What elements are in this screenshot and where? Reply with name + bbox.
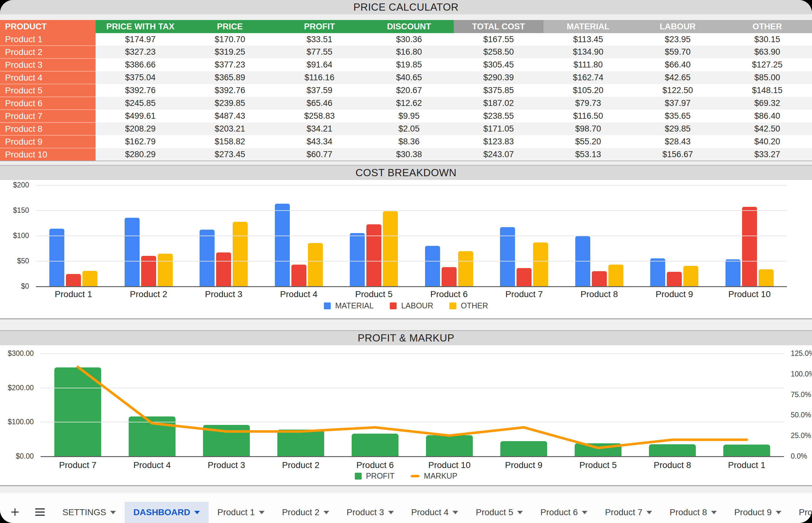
cell-product-9-material[interactable]: $55.20 — [543, 135, 633, 148]
tab-product-10[interactable]: Product 10 — [790, 502, 812, 523]
cell-product-10-discount[interactable]: $30.38 — [364, 148, 454, 161]
cell-product-9-price[interactable]: $158.82 — [185, 135, 275, 148]
cell-product-6-price[interactable]: $239.85 — [185, 97, 275, 110]
cell-product-5-labour[interactable]: $122.50 — [633, 84, 723, 97]
cell-product-2-discount[interactable]: $16.80 — [364, 46, 454, 58]
cell-product-7-total-cost[interactable]: $238.55 — [454, 110, 543, 123]
cell-product-9-discount[interactable]: $8.36 — [364, 135, 454, 148]
cell-product-6-other[interactable]: $69.32 — [722, 97, 812, 110]
cell-product-7-profit[interactable]: $258.83 — [275, 110, 365, 123]
cell-product-7-material[interactable]: $116.50 — [543, 110, 633, 123]
cell-product-6-material[interactable]: $79.73 — [543, 97, 633, 110]
product-name-cell[interactable]: Product 3 — [0, 58, 96, 71]
cell-product-8-material[interactable]: $98.70 — [543, 123, 633, 135]
cell-product-10-material[interactable]: $53.13 — [543, 148, 633, 161]
cell-product-1-labour[interactable]: $23.95 — [633, 33, 723, 46]
cell-product-9-profit[interactable]: $43.34 — [275, 135, 365, 148]
cell-product-2-total-cost[interactable]: $258.50 — [454, 46, 543, 58]
cell-product-8-other[interactable]: $42.50 — [722, 123, 812, 135]
cell-product-4-discount[interactable]: $40.65 — [364, 71, 454, 84]
cell-product-3-price-with-tax[interactable]: $386.66 — [96, 58, 185, 71]
cell-product-1-other[interactable]: $30.15 — [722, 33, 812, 46]
cell-product-1-price[interactable]: $170.70 — [185, 33, 275, 46]
product-name-cell[interactable]: Product 4 — [0, 71, 96, 84]
cell-product-10-profit[interactable]: $60.77 — [275, 148, 365, 161]
tab-dashboard[interactable]: DASHBOARD — [125, 502, 209, 523]
cell-product-1-total-cost[interactable]: $167.55 — [454, 33, 543, 46]
cell-product-1-discount[interactable]: $30.36 — [364, 33, 454, 46]
product-name-cell[interactable]: Product 7 — [0, 110, 96, 123]
cell-product-7-discount[interactable]: $9.95 — [364, 110, 454, 123]
product-name-cell[interactable]: Product 5 — [0, 84, 96, 97]
cell-product-10-total-cost[interactable]: $243.07 — [454, 148, 543, 161]
cell-product-2-labour[interactable]: $59.70 — [633, 46, 723, 58]
cell-product-6-price-with-tax[interactable]: $245.85 — [96, 97, 185, 110]
cell-product-10-other[interactable]: $33.27 — [722, 148, 812, 161]
cell-product-5-discount[interactable]: $20.67 — [364, 84, 454, 97]
cell-product-7-other[interactable]: $86.40 — [722, 110, 812, 123]
add-sheet-button[interactable] — [9, 506, 21, 519]
tab-product-6[interactable]: Product 6 — [532, 502, 596, 523]
cell-product-1-material[interactable]: $113.45 — [543, 33, 633, 46]
tab-product-3[interactable]: Product 3 — [338, 502, 403, 523]
cell-product-6-discount[interactable]: $12.62 — [364, 97, 454, 110]
cell-product-8-price[interactable]: $203.21 — [185, 123, 275, 135]
tab-product-2[interactable]: Product 2 — [273, 502, 338, 523]
cell-product-9-total-cost[interactable]: $123.83 — [454, 135, 543, 148]
cell-product-7-price[interactable]: $487.43 — [185, 110, 275, 123]
cell-product-4-price[interactable]: $365.89 — [185, 71, 275, 84]
cell-product-6-total-cost[interactable]: $187.02 — [454, 97, 543, 110]
cell-product-2-profit[interactable]: $77.55 — [275, 46, 365, 58]
cell-product-4-total-cost[interactable]: $290.39 — [454, 71, 543, 84]
tab-settings[interactable]: SETTINGS — [54, 502, 125, 523]
cell-product-9-other[interactable]: $40.20 — [722, 135, 812, 148]
product-name-cell[interactable]: Product 1 — [0, 33, 96, 46]
cell-product-8-profit[interactable]: $34.21 — [275, 123, 365, 135]
tab-product-7[interactable]: Product 7 — [596, 502, 661, 523]
cell-product-5-total-cost[interactable]: $375.85 — [454, 84, 543, 97]
tab-product-9[interactable]: Product 9 — [725, 502, 790, 523]
cell-product-2-material[interactable]: $134.90 — [543, 46, 633, 58]
cell-product-3-labour[interactable]: $66.40 — [633, 58, 723, 71]
cell-product-3-profit[interactable]: $91.64 — [275, 58, 365, 71]
cell-product-5-profit[interactable]: $37.59 — [275, 84, 365, 97]
cell-product-4-profit[interactable]: $116.16 — [275, 71, 365, 84]
cell-product-3-discount[interactable]: $19.85 — [364, 58, 454, 71]
cell-product-7-labour[interactable]: $35.65 — [633, 110, 723, 123]
cell-product-4-labour[interactable]: $42.65 — [633, 71, 723, 84]
cell-product-10-price[interactable]: $273.45 — [185, 148, 275, 161]
cell-product-3-material[interactable]: $111.80 — [543, 58, 633, 71]
cell-product-3-price[interactable]: $377.23 — [185, 58, 275, 71]
cell-product-2-price[interactable]: $319.25 — [185, 46, 275, 58]
cell-product-5-price-with-tax[interactable]: $392.76 — [96, 84, 185, 97]
cell-product-6-labour[interactable]: $37.97 — [633, 97, 723, 110]
product-name-cell[interactable]: Product 9 — [0, 135, 96, 148]
product-name-cell[interactable]: Product 6 — [0, 97, 96, 110]
cell-product-9-labour[interactable]: $28.43 — [633, 135, 723, 148]
cell-product-8-labour[interactable]: $29.85 — [633, 123, 723, 135]
all-sheets-button[interactable] — [34, 507, 45, 518]
cell-product-6-profit[interactable]: $65.46 — [275, 97, 365, 110]
cell-product-10-price-with-tax[interactable]: $280.29 — [96, 148, 185, 161]
cell-product-5-other[interactable]: $148.15 — [722, 84, 812, 97]
cell-product-8-price-with-tax[interactable]: $208.29 — [96, 123, 185, 135]
cell-product-2-price-with-tax[interactable]: $327.23 — [96, 46, 185, 58]
tab-product-5[interactable]: Product 5 — [467, 502, 532, 523]
cell-product-5-price[interactable]: $392.76 — [185, 84, 275, 97]
cell-product-5-material[interactable]: $105.20 — [543, 84, 633, 97]
cell-product-9-price-with-tax[interactable]: $162.79 — [96, 135, 185, 148]
cell-product-1-price-with-tax[interactable]: $174.97 — [96, 33, 185, 46]
cell-product-3-total-cost[interactable]: $305.45 — [454, 58, 543, 71]
cell-product-4-material[interactable]: $162.74 — [543, 71, 633, 84]
profit-markup-chart[interactable]: $300.00$200.00$100.00$0.00125.0%100.0%75… — [0, 345, 812, 485]
cell-product-4-price-with-tax[interactable]: $375.04 — [96, 71, 185, 84]
tab-product-4[interactable]: Product 4 — [403, 502, 467, 523]
cell-product-1-profit[interactable]: $33.51 — [275, 33, 365, 46]
tab-product-8[interactable]: Product 8 — [661, 502, 725, 523]
cell-product-8-discount[interactable]: $2.05 — [364, 123, 454, 135]
cell-product-8-total-cost[interactable]: $171.05 — [454, 123, 543, 135]
cell-product-4-other[interactable]: $85.00 — [722, 71, 812, 84]
product-name-cell[interactable]: Product 8 — [0, 123, 96, 135]
cell-product-2-other[interactable]: $63.90 — [722, 46, 812, 58]
product-name-cell[interactable]: Product 2 — [0, 46, 96, 58]
